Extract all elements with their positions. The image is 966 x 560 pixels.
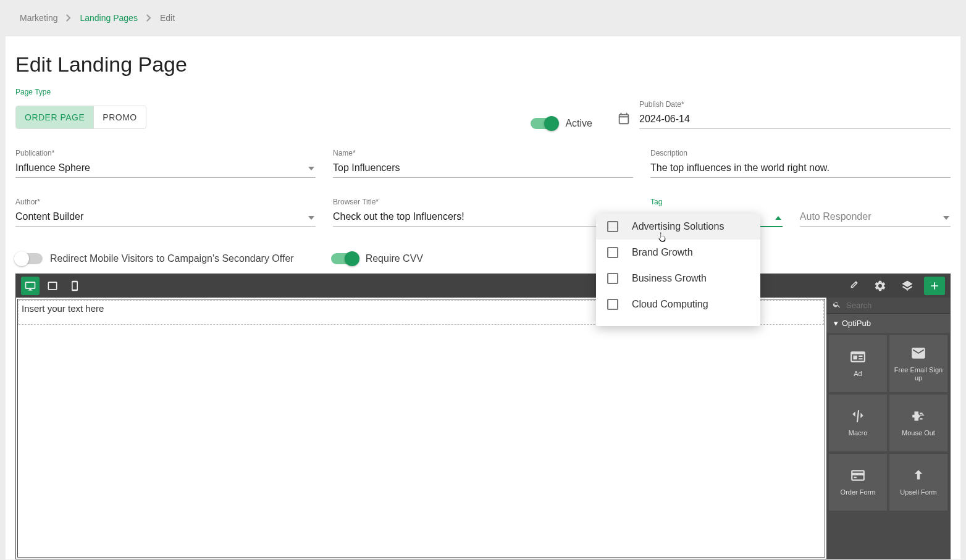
component-tile-upsell-form[interactable]: Upsell Form bbox=[889, 454, 947, 511]
breadcrumb: Marketing Landing Pages Edit bbox=[0, 0, 966, 36]
autoresponder-label bbox=[800, 198, 951, 206]
editor-toolbar bbox=[16, 274, 950, 298]
page-type-label: Page Type bbox=[15, 88, 951, 96]
editor-layers-button[interactable] bbox=[897, 277, 918, 295]
redirect-mobile-label: Redirect Mobile Visitors to Campaign's S… bbox=[50, 253, 294, 264]
require-cvv-label: Require CVV bbox=[366, 253, 423, 264]
breadcrumb-current: Edit bbox=[160, 13, 175, 23]
chevron-up-icon bbox=[775, 211, 781, 222]
browser-title-label: Browser Title* bbox=[333, 198, 633, 206]
author-select[interactable] bbox=[15, 209, 316, 227]
checkbox-icon bbox=[607, 247, 618, 258]
tab-order-page[interactable]: ORDER PAGE bbox=[16, 106, 93, 128]
chevron-down-icon bbox=[308, 162, 314, 173]
component-label: Ad bbox=[854, 370, 862, 378]
device-mobile-button[interactable] bbox=[65, 277, 84, 295]
component-tile-order-form[interactable]: Order Form bbox=[829, 454, 887, 511]
editor-add-button[interactable] bbox=[924, 277, 945, 295]
tag-option-label: Cloud Computing bbox=[632, 299, 708, 310]
publish-date-input[interactable] bbox=[639, 111, 951, 129]
checkbox-icon bbox=[607, 221, 618, 232]
tab-promo[interactable]: PROMO bbox=[93, 106, 145, 128]
main-card: Edit Landing Page Page Type ORDER PAGE P… bbox=[5, 36, 961, 560]
page-type-toggle: ORDER PAGE PROMO bbox=[15, 106, 146, 129]
component-label: Free Email Sign up bbox=[892, 366, 945, 382]
tag-option-label: Advertising Solutions bbox=[632, 221, 724, 232]
component-group-header[interactable]: ▾ OptiPub bbox=[826, 314, 950, 333]
editor-canvas[interactable]: Insert your text here bbox=[17, 299, 825, 558]
tag-label: Tag bbox=[650, 198, 783, 206]
chevron-right-icon bbox=[146, 14, 151, 22]
publish-date-label: Publish Date* bbox=[639, 100, 951, 109]
checkbox-icon bbox=[607, 273, 618, 284]
description-input[interactable] bbox=[650, 160, 951, 178]
name-input[interactable] bbox=[333, 160, 633, 178]
publication-select[interactable] bbox=[15, 160, 316, 178]
publication-label: Publication* bbox=[15, 149, 316, 157]
redirect-mobile-toggle[interactable] bbox=[15, 253, 43, 264]
page-editor: Insert your text here ▾ OptiPub Ad bbox=[15, 274, 951, 559]
component-panel: ▾ OptiPub Ad Free Email Sign up bbox=[826, 298, 950, 559]
description-label: Description bbox=[650, 149, 951, 157]
calendar-icon[interactable] bbox=[617, 112, 631, 128]
breadcrumb-landing-pages[interactable]: Landing Pages bbox=[80, 13, 137, 23]
tag-option-advertising-solutions[interactable]: Advertising Solutions bbox=[596, 214, 760, 240]
tag-option-label: Business Growth bbox=[632, 273, 707, 284]
component-group-name: OptiPub bbox=[842, 319, 871, 328]
page-title: Edit Landing Page bbox=[15, 52, 951, 77]
name-label: Name* bbox=[333, 149, 633, 157]
editor-settings-button[interactable] bbox=[870, 277, 891, 295]
chevron-down-icon bbox=[308, 211, 314, 222]
chevron-down-icon bbox=[943, 211, 949, 222]
require-cvv-toggle[interactable] bbox=[331, 253, 358, 264]
component-label: Mouse Out bbox=[902, 429, 935, 437]
active-toggle[interactable] bbox=[531, 118, 558, 129]
device-desktop-button[interactable] bbox=[21, 277, 40, 295]
caret-down-icon: ▾ bbox=[834, 319, 838, 328]
component-label: Upsell Form bbox=[900, 488, 936, 496]
component-label: Order Form bbox=[841, 488, 876, 496]
autoresponder-select[interactable] bbox=[800, 209, 951, 227]
checkbox-icon bbox=[607, 299, 618, 310]
device-tablet-button[interactable] bbox=[43, 277, 62, 295]
editor-brush-button[interactable] bbox=[842, 277, 863, 295]
component-search-input[interactable] bbox=[846, 301, 950, 310]
component-tile-free-email-signup[interactable]: Free Email Sign up bbox=[889, 335, 947, 392]
component-label: Macro bbox=[849, 429, 868, 437]
tag-option-cloud-computing[interactable]: Cloud Computing bbox=[596, 291, 760, 317]
breadcrumb-marketing[interactable]: Marketing bbox=[20, 13, 57, 23]
tag-dropdown: Advertising Solutions Brand Growth Busin… bbox=[596, 214, 760, 326]
tag-option-business-growth[interactable]: Business Growth bbox=[596, 265, 760, 291]
search-icon bbox=[833, 300, 841, 311]
active-label: Active bbox=[565, 118, 592, 129]
component-tile-mouse-out[interactable]: Mouse Out bbox=[889, 395, 947, 451]
tag-option-label: Brand Growth bbox=[632, 247, 693, 258]
component-tile-ad[interactable]: Ad bbox=[829, 335, 887, 392]
browser-title-input[interactable] bbox=[333, 209, 633, 227]
author-label: Author* bbox=[15, 198, 316, 206]
tag-option-brand-growth[interactable]: Brand Growth bbox=[596, 240, 760, 265]
chevron-right-icon bbox=[66, 14, 71, 22]
component-tile-macro[interactable]: Macro bbox=[829, 395, 887, 451]
